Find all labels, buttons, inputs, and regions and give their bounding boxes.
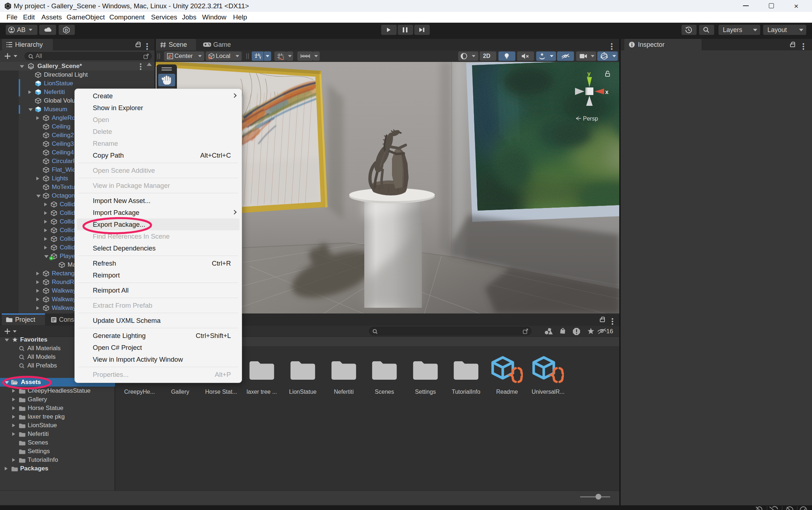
svg-text:y: y [587,70,591,77]
svg-text:Y: Y [259,55,261,60]
svg-text:x: x [605,89,608,95]
svg-text:Persp: Persp [583,116,598,122]
svg-text:D: D [65,28,68,32]
